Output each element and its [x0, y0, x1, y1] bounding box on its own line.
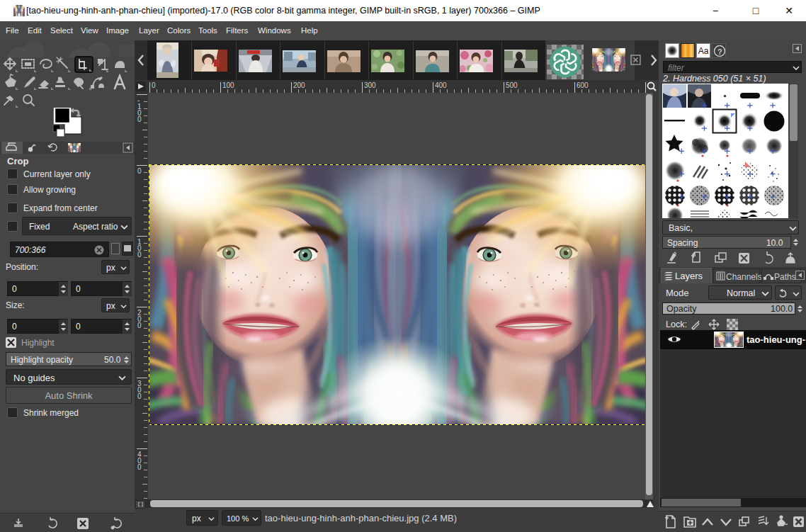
svg-text:200: 200	[293, 81, 305, 89]
svg-text:600: 600	[577, 81, 589, 89]
svg-text:0: 0	[137, 115, 142, 123]
svg-text:0: 0	[152, 81, 156, 89]
svg-text:?: ?	[717, 47, 722, 56]
svg-text:0: 0	[137, 392, 142, 400]
svg-text:0: 0	[137, 322, 142, 329]
svg-text:100: 100	[222, 81, 234, 89]
svg-text:300: 300	[364, 81, 376, 89]
svg-text:500: 500	[506, 81, 518, 89]
svg-text:0: 0	[137, 251, 142, 259]
svg-text:400: 400	[435, 81, 447, 89]
svg-text:0: 0	[137, 167, 142, 175]
svg-text:0: 0	[137, 463, 142, 471]
